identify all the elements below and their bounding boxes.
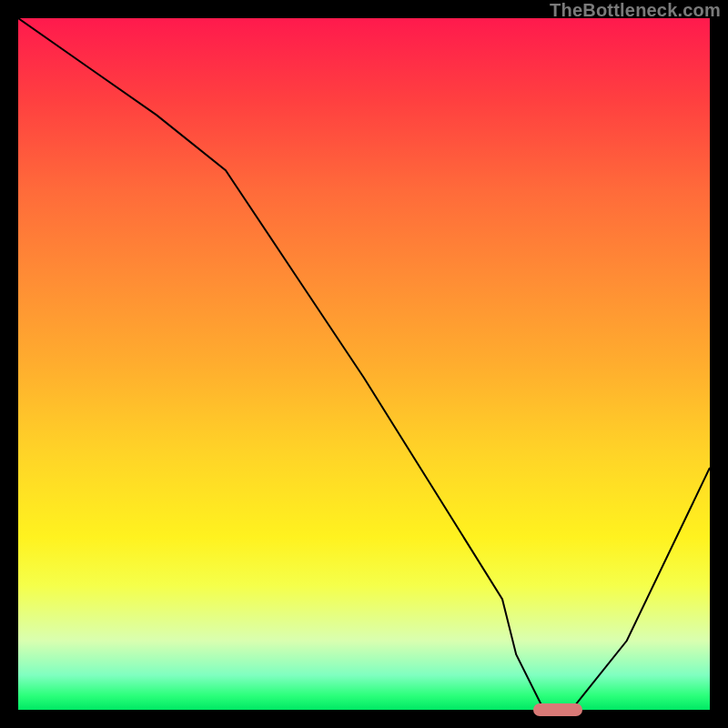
plot-area [18,18,710,710]
bottleneck-curve [18,18,710,710]
watermark-text: TheBottleneck.com [550,0,721,21]
minimum-marker [533,703,582,716]
chart-frame: TheBottleneck.com [0,0,728,728]
